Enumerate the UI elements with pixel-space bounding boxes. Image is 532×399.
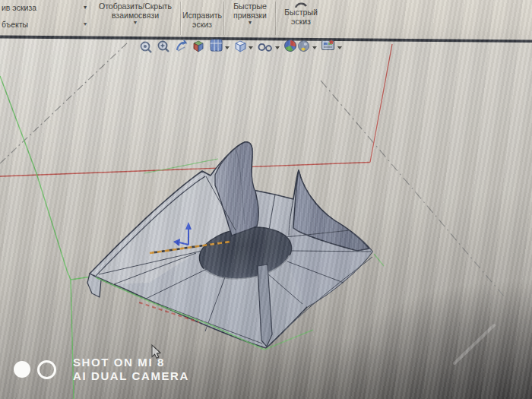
- screen-reflection: [454, 325, 494, 363]
- green-mark-right-tip[interactable]: [374, 254, 384, 266]
- chevron-down-icon[interactable]: [312, 46, 317, 49]
- view-orientation-icon[interactable]: [211, 40, 222, 51]
- watermark-dots-icon: [14, 360, 56, 379]
- section-view-icon[interactable]: [194, 41, 203, 52]
- camera-watermark: SHOT ON MI 8 AI DUAL CAMERA: [14, 356, 189, 383]
- zoom-to-fit-icon[interactable]: [141, 43, 152, 53]
- filled-circle-icon: [14, 361, 30, 378]
- monitor-photo: ив эскиза ▾ бъекты ▾ Отобразить/Скрыть в…: [0, 0, 532, 399]
- view-settings-icon[interactable]: [322, 40, 334, 50]
- apply-scene-icon[interactable]: [299, 41, 309, 52]
- chevron-down-icon[interactable]: [337, 46, 342, 49]
- watermark-line1: SHOT ON MI 8: [73, 356, 189, 369]
- red-sketch-line-horizontal[interactable]: [0, 163, 370, 177]
- watermark-line2: AI DUAL CAMERA: [73, 369, 189, 383]
- green-sketch-line-top[interactable]: [144, 159, 218, 173]
- chevron-down-icon[interactable]: [275, 46, 280, 49]
- hide-show-items-icon[interactable]: [259, 44, 271, 51]
- zoom-to-area-icon[interactable]: [159, 42, 169, 52]
- previous-view-icon[interactable]: [177, 40, 185, 51]
- watermark-text: SHOT ON MI 8 AI DUAL CAMERA: [73, 356, 189, 383]
- edit-appearance-icon[interactable]: [285, 40, 296, 52]
- outline-circle-icon: [37, 360, 56, 379]
- headsup-view-toolbar[interactable]: [141, 40, 343, 52]
- chevron-down-icon[interactable]: [249, 46, 253, 49]
- construction-centerline-left[interactable]: [0, 43, 128, 163]
- red-sketch-line-vertical[interactable]: [370, 44, 392, 163]
- chevron-down-icon[interactable]: [225, 46, 230, 49]
- toolbar-boundary-line: [0, 36, 532, 43]
- graphics-area[interactable]: [0, 0, 532, 399]
- model-3d-part[interactable]: [87, 142, 372, 348]
- display-style-icon[interactable]: [236, 41, 245, 52]
